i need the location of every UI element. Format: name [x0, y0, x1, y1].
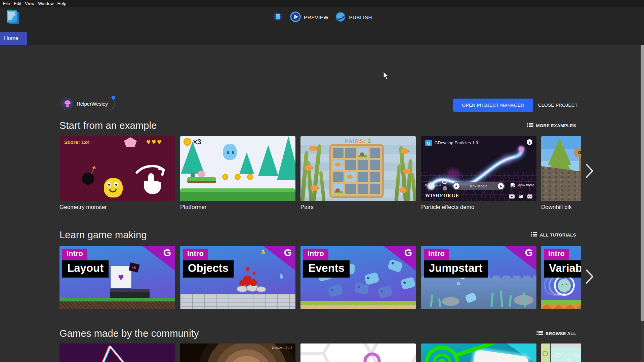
community-row: Etoiles : 0 / 1	[59, 343, 581, 362]
list-icon	[531, 232, 537, 238]
example-card-platformer[interactable]: ×3	[180, 136, 295, 201]
pairs-hud: PAIRS: 2	[300, 138, 416, 144]
community-card-hexagon-puzzle[interactable]	[300, 343, 416, 362]
example-card-pairs[interactable]: PAIRS: 2	[300, 136, 416, 201]
ghost-sprite	[554, 275, 575, 296]
card-title: Particle effects demo	[421, 204, 542, 211]
menu-window[interactable]: Window	[38, 1, 57, 7]
tab-home[interactable]: Home	[0, 32, 27, 45]
browse-all-button[interactable]: BROWSE ALL	[536, 330, 576, 336]
example-card-geometry-monster[interactable]: Score: 124 ♥♥♥	[59, 136, 175, 201]
neon-shapes	[59, 343, 175, 362]
card-title: Pairs	[300, 204, 421, 211]
discord-icon	[527, 194, 532, 198]
tutorial-card-objects[interactable]: G Intro Objects	[180, 246, 295, 309]
gdevelop-logo-icon: G	[404, 247, 412, 258]
gdevelop-logo-icon: G	[525, 247, 533, 258]
menu-bar: File Edit View Window Help	[0, 0, 644, 7]
preview-play-icon	[290, 11, 301, 23]
coin-multiplier: ×3	[193, 138, 201, 146]
menu-file[interactable]: File	[3, 1, 14, 7]
show-frame-checkbox	[511, 183, 515, 187]
intro-badge: Intro	[424, 249, 449, 260]
intro-badge: Intro	[544, 249, 569, 260]
tutorial-card-layout[interactable]: ♥ Hi G Intro Layout	[59, 246, 175, 309]
community-card-teal-abstract[interactable]	[421, 343, 536, 362]
user-profile-chip[interactable]: HelperWesley	[61, 97, 115, 110]
community-card-neon-shapes[interactable]	[59, 343, 175, 362]
background-label: Background	[425, 184, 441, 187]
tutorials-section-title: Learn game making	[59, 229, 147, 241]
pentagon-shape	[124, 137, 137, 147]
background-swatch-outline	[442, 179, 447, 184]
list-icon	[536, 330, 543, 336]
all-tutorials-button[interactable]: ALL TUTORIALS	[531, 232, 576, 238]
community-section-title: Games made by the community	[59, 328, 199, 339]
examples-next-chevron[interactable]	[585, 163, 594, 179]
preview-button[interactable]: PREVIEW	[290, 11, 328, 23]
hearts-icons: ♥♥♥	[146, 138, 162, 146]
publish-button[interactable]: PUBLISH	[335, 11, 372, 23]
scrollbar-thumb[interactable]	[641, 45, 644, 321]
list-icon	[527, 122, 533, 129]
examples-row: Score: 124 ♥♥♥	[59, 136, 581, 201]
menu-edit[interactable]: Edit	[14, 1, 25, 7]
intro-badge: Intro	[183, 249, 208, 260]
intro-badge: Intro	[303, 249, 328, 260]
community-card-night-scene[interactable]: Etoiles : 0 / 1	[180, 343, 295, 362]
youtube-icon	[509, 194, 515, 198]
notification-dot	[112, 96, 115, 100]
score-text: Score: 124	[64, 139, 90, 145]
stars-counter: Etoiles : 0 / 1	[272, 346, 292, 350]
example-card-downhill-bike[interactable]: G	[541, 136, 581, 201]
gdevelop-logo-icon: G	[425, 140, 432, 146]
debug-icon[interactable]	[272, 11, 283, 24]
tutorial-card-variables[interactable]: +1 G Intro Variab	[541, 246, 581, 309]
background-swatch-filled	[443, 186, 447, 190]
pink-blob-sprite	[198, 171, 205, 177]
coin-icon	[184, 138, 191, 146]
tutorial-title: Variab	[544, 260, 581, 278]
menu-help[interactable]: Help	[57, 1, 70, 7]
open-project-manager-button[interactable]: OPEN PROJECT MANAGER	[453, 99, 533, 112]
gdevelop-logo-icon: G	[284, 247, 292, 258]
tutorials-row: ♥ Hi G Intro Layout G Intro	[59, 246, 581, 309]
next-effect-icon	[498, 183, 504, 189]
close-project-button[interactable]: CLOSE PROJECT	[538, 99, 578, 112]
avatar	[62, 98, 73, 109]
toolbar: PREVIEW PUBLISH	[0, 7, 644, 27]
pairs-board	[329, 144, 384, 198]
examples-section-title: Start from an example	[59, 120, 157, 131]
publish-label: PUBLISH	[349, 14, 372, 20]
menu-view[interactable]: View	[25, 1, 38, 7]
more-examples-button[interactable]: MORE EXAMPLES	[527, 122, 576, 129]
community-card-bubble-lab[interactable]	[541, 343, 581, 362]
tutorial-title: Events	[303, 260, 350, 278]
project-file-icon[interactable]	[6, 10, 21, 25]
goal-sign: G	[574, 148, 581, 157]
example-card-particle-effects[interactable]: G GDevelop Particles 1.0 i Background 07…	[421, 136, 536, 201]
intro-badge: Intro	[62, 249, 87, 260]
home-page: HelperWesley OPEN PROJECT MANAGER CLOSE …	[0, 45, 644, 362]
tutorial-card-jumpstart[interactable]: G Intro Jumpstart	[421, 246, 536, 309]
publish-globe-icon	[335, 11, 346, 23]
card-title: Downhill bik	[541, 204, 581, 211]
preview-label: PREVIEW	[304, 14, 328, 20]
hexagon-board	[300, 343, 416, 362]
card-title: Platformer	[180, 204, 301, 211]
prev-effect-icon	[453, 183, 459, 189]
demo-title: GDevelop Particles 1.0	[435, 141, 478, 145]
effect-selector: 07 - Magic	[452, 182, 505, 190]
twitter-icon	[519, 195, 523, 198]
tab-bar: Home	[0, 27, 644, 45]
wishforge-logo: WISHFORGE	[425, 193, 459, 198]
tutorial-title: Layout	[62, 260, 109, 278]
tutorial-title: Jumpstart	[424, 260, 488, 278]
tutorials-next-chevron[interactable]	[585, 269, 594, 284]
tutorial-card-events[interactable]: G Intro Events	[300, 246, 416, 309]
info-icon: i	[527, 139, 532, 145]
card-title: Geometry monster	[59, 204, 180, 211]
show-frame-label: Show frame	[517, 183, 534, 187]
mouse-cursor	[383, 71, 389, 81]
tutorial-title: Objects	[183, 260, 234, 278]
